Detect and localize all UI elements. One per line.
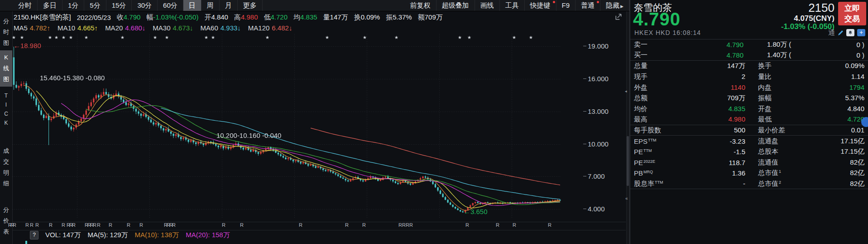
event-star-icon[interactable]: ★ [153, 35, 157, 40]
ex-rights-marker: R [299, 222, 302, 228]
ohlc-field: 高4.980 [234, 13, 258, 22]
toolbar-menu-item[interactable]: 工具 [500, 0, 525, 11]
period-tab[interactable]: 1分 [62, 0, 84, 11]
quote-row: 总量147万换手0.09% [630, 61, 868, 72]
event-star-icon[interactable]: ★ [394, 35, 398, 40]
sidebar-item-view[interactable]: 分价表 [0, 203, 12, 239]
event-star-icon[interactable]: ★ [48, 35, 52, 40]
volume-legend-item: MA(5): 129万 [87, 231, 128, 239]
toolbar-menu-item[interactable]: 普通 [575, 0, 600, 11]
period-tab[interactable]: 60分 [158, 0, 183, 11]
event-star-icon[interactable]: ★ [467, 35, 471, 40]
ma-value: MA54.782↑ [14, 24, 50, 32]
trade-now-button[interactable]: 立即 交易 [838, 2, 866, 25]
ex-rights-marker: R [25, 222, 29, 228]
change-percent: -1.03% (-0.050) [781, 22, 834, 31]
toolbar-menu-item[interactable]: 快捷键 [525, 0, 556, 11]
quote-row: 最高4.980最低4.720 [630, 114, 868, 125]
sidebar-item-view[interactable]: 分时图 [0, 14, 12, 50]
toolbar-menu-item[interactable]: 画线 [475, 0, 500, 11]
price-annotation: ←3.650 [464, 208, 488, 215]
sidebar-item-tick[interactable]: TICK [0, 89, 12, 129]
volume-legend-item: MA(20): 158万 [186, 231, 230, 239]
y-axis-label: 7.000 [583, 172, 605, 180]
ex-rights-marker: R [72, 222, 76, 228]
volume-legend-items: VOL: 147万MA(5): 129万MA(10): 138万MA(20): … [45, 231, 230, 239]
ohlc-field: 低4.720 [264, 13, 288, 22]
event-star-icon[interactable]: ★ [120, 35, 125, 40]
ex-rights-marker: R [496, 222, 499, 228]
event-star-icon[interactable]: ★ [54, 35, 58, 40]
ex-rights-marker: R [30, 222, 34, 228]
quote-row: 外盘1140内盘1794 [630, 82, 868, 93]
sidebar-item-view[interactable]: K线图 [0, 50, 12, 87]
quote-row: 股息率TTM-总市值282亿 [630, 179, 868, 190]
event-star-icon[interactable]: ★ [62, 35, 66, 40]
ma-value: MA204.680↓ [105, 24, 145, 32]
volume-legend-item: VOL: 147万 [45, 231, 81, 239]
event-star-icon[interactable]: ★ [84, 35, 88, 40]
ex-rights-marker: R [172, 222, 176, 228]
toolbar-menu-item[interactable]: 前复权 [405, 0, 436, 11]
arrow-right-icon: ▶ [620, 4, 623, 9]
event-star-icon[interactable]: ★ [363, 35, 367, 40]
sidebar-item-view[interactable]: 成交明细 [0, 144, 12, 191]
help-button[interactable]: ? [30, 231, 38, 239]
price-annotation: ←18.980 [14, 42, 41, 49]
quote-panel: 奈雪的茶 4.790 HKEX HKD 16:08:14 2150 4.075(… [629, 0, 868, 244]
event-star-icon[interactable]: ★ [512, 35, 516, 40]
cny-price: 4.075(CNY) [794, 14, 834, 23]
toolbar-menu-item[interactable]: 超级叠加 [436, 0, 475, 11]
event-star-icon[interactable]: ★ [165, 35, 169, 40]
add-watchlist-icon[interactable]: + [857, 29, 865, 36]
period-tab[interactable]: 15分 [106, 0, 132, 11]
kline-chart-canvas[interactable] [13, 34, 561, 218]
quote-row: PE2022E118.7流通值82亿 [630, 157, 868, 168]
quote-row: EPSTTM-3.23流通盘17.15亿 [630, 136, 868, 146]
collapse-handle-icon[interactable]: ◂ [625, 89, 627, 93]
ex-rights-marker: R [362, 222, 366, 228]
period-tab[interactable]: 周 [201, 0, 220, 11]
toolbar-menu-item[interactable]: 隐藏▶ [600, 0, 629, 11]
date-label: 2022/05/23 [77, 14, 111, 21]
event-star-icon[interactable]: ★ [12, 35, 16, 40]
quote-row: 每手股数500最小价差0.01 [630, 125, 868, 136]
period-tab[interactable]: 更多 [238, 0, 263, 11]
edit-pencil-icon[interactable] [838, 30, 844, 36]
event-star-icon[interactable]: ★ [20, 35, 24, 40]
popout-icon[interactable] [615, 13, 622, 20]
ma-indicator-row: MA54.782↑MA104.665↑MA204.680↓MA304.673↓M… [14, 23, 292, 33]
event-star-icon[interactable]: ★ [458, 35, 462, 40]
quote-row: PBMRQ1.36总市值182亿 [630, 168, 868, 179]
quote-icon-row: 通 + [828, 29, 865, 37]
event-star-icon[interactable]: ★ [265, 35, 269, 40]
toolbar-menu-item[interactable]: F9 [556, 0, 576, 11]
period-tab[interactable]: 30分 [132, 0, 158, 11]
chart-divider [13, 222, 626, 222]
volume-legend-item: MA(10): 138万 [135, 231, 179, 239]
alert-bell-icon[interactable] [846, 29, 854, 36]
period-tab[interactable]: 月 [220, 0, 238, 11]
period-tab[interactable]: 5分 [84, 0, 106, 11]
ohlc-field: 量147万 [323, 13, 348, 22]
stock-trading-app: 分时多日1分5分15分30分60分日周月更多 前复权超级叠加画线工具快捷键F9普… [0, 0, 868, 244]
expand-panel-icon[interactable]: « [625, 196, 628, 201]
event-star-icon[interactable]: ★ [211, 35, 215, 40]
ohlc-field: 开4.840 [204, 13, 228, 22]
y-axis-label: 10.000 [583, 140, 609, 148]
period-tab[interactable]: 多日 [38, 0, 62, 11]
ohlc-field: 幅-1.03%(-0.050) [146, 13, 198, 22]
chart-scrollbar-handle[interactable] [627, 136, 629, 186]
period-tab[interactable]: 日 [183, 0, 201, 11]
ohlc-field: 额709万 [418, 13, 443, 22]
event-star-icon[interactable]: ★ [69, 35, 73, 40]
ex-rights-marker: R [409, 222, 413, 228]
ex-rights-marker: R [13, 222, 16, 228]
ex-rights-marker: R [109, 222, 112, 228]
quote-info-row: 2150.HK[奈雪的茶] 2022/05/23 收4.790幅-1.03%(-… [14, 12, 612, 23]
event-star-icon[interactable]: ★ [529, 35, 533, 40]
period-tab[interactable]: 分时 [13, 0, 38, 11]
event-star-icon[interactable]: ★ [204, 35, 208, 40]
event-star-icon[interactable]: ★ [325, 35, 329, 40]
floating-assistant-button[interactable] [861, 117, 868, 127]
